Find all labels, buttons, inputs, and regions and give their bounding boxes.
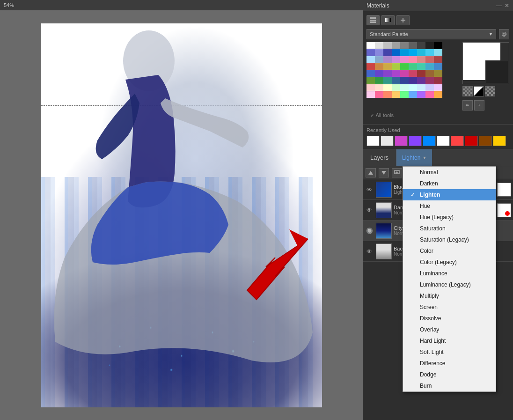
blend-item-luminance-legacy[interactable]: Luminance (Legacy) (403, 279, 496, 290)
blend-item-color[interactable]: Color (403, 245, 496, 257)
recent-swatch[interactable] (479, 136, 492, 146)
swatch[interactable] (417, 70, 425, 77)
close-icon[interactable]: ✕ (505, 2, 509, 9)
blend-item-luminance[interactable]: Luminance (403, 268, 496, 279)
layer-add-button[interactable] (392, 168, 402, 177)
swatch[interactable] (375, 56, 383, 63)
palette-settings-icon[interactable] (499, 29, 509, 39)
swatch[interactable] (409, 77, 417, 84)
swatch[interactable] (375, 77, 383, 84)
swatch[interactable] (417, 77, 425, 84)
swatch[interactable] (425, 42, 434, 49)
swatch[interactable] (375, 84, 383, 91)
swatch[interactable] (366, 84, 375, 91)
checker-swatch2[interactable] (485, 86, 495, 96)
blend-item-hard-light[interactable]: Hard Light (403, 335, 496, 346)
pencil-icon[interactable]: ✏ (462, 100, 473, 111)
swatch[interactable] (366, 70, 375, 77)
swatch[interactable] (366, 49, 375, 56)
swatch[interactable] (417, 84, 425, 91)
swatch[interactable] (425, 56, 434, 63)
swatch[interactable] (425, 77, 434, 84)
swatch[interactable] (383, 56, 392, 63)
swatch[interactable] (383, 84, 392, 91)
recent-swatch[interactable] (395, 136, 408, 146)
layer-mask-2[interactable] (497, 203, 511, 217)
swatch[interactable] (434, 70, 442, 77)
blend-item-screen[interactable]: Screen (403, 302, 496, 313)
swatch[interactable] (392, 56, 400, 63)
swatch[interactable] (425, 63, 434, 70)
plus-button[interactable] (396, 15, 410, 25)
palette-dropdown[interactable]: Standard Palette ▼ (366, 29, 496, 39)
swatch[interactable] (434, 49, 442, 56)
swatch[interactable] (425, 91, 434, 98)
swatch[interactable] (400, 42, 409, 49)
swatch[interactable] (392, 49, 400, 56)
layer-mask-1[interactable] (497, 183, 511, 197)
swatch-black[interactable] (434, 42, 442, 49)
swatch[interactable] (366, 56, 375, 63)
swatch[interactable] (409, 91, 417, 98)
swatch[interactable] (383, 49, 392, 56)
swatch[interactable] (409, 49, 417, 56)
blend-item-hue-legacy[interactable]: Hue (Legacy) (403, 212, 496, 223)
gradient-button[interactable] (381, 15, 395, 25)
swatch[interactable] (375, 70, 383, 77)
swatch[interactable] (392, 42, 400, 49)
blend-item-saturation[interactable]: Saturation (403, 223, 496, 234)
swatch[interactable] (375, 63, 383, 70)
swatch[interactable] (417, 91, 425, 98)
swatch[interactable] (400, 63, 409, 70)
blend-mode-dropdown[interactable]: Lighten ▼ (396, 149, 432, 166)
background-color[interactable] (485, 60, 509, 84)
layer-visibility-icon-4[interactable]: 👁 (365, 247, 374, 256)
swatch[interactable] (366, 91, 375, 98)
layer-visibility-icon-3[interactable]: 🔘 (365, 226, 374, 236)
minimize-icon[interactable]: — (496, 2, 502, 9)
blend-item-lighten[interactable]: ✓ Lighten (403, 189, 496, 200)
swatch[interactable] (409, 70, 417, 77)
swatch[interactable] (417, 63, 425, 70)
swatch[interactable] (409, 56, 417, 63)
swatch[interactable] (417, 49, 425, 56)
layer-visibility-icon-2[interactable]: 👁 (365, 206, 374, 215)
swatch[interactable] (383, 42, 392, 49)
blend-item-dodge[interactable]: Dodge (403, 369, 496, 380)
swatch[interactable] (375, 42, 383, 49)
blend-item-saturation-legacy[interactable]: Saturation (Legacy) (403, 234, 496, 245)
layer-up-button[interactable] (366, 168, 376, 177)
swatch[interactable] (375, 91, 383, 98)
swatch[interactable] (434, 77, 442, 84)
recent-swatch[interactable] (423, 136, 436, 146)
swatch[interactable] (392, 70, 400, 77)
blend-item-soft-light[interactable]: Soft Light (403, 346, 496, 358)
large-color-preview[interactable] (462, 42, 509, 84)
recent-swatch[interactable] (493, 136, 506, 146)
blend-item-burn[interactable]: Burn (403, 380, 496, 391)
swatch[interactable] (409, 42, 417, 49)
swatch[interactable] (392, 84, 400, 91)
blend-item-normal[interactable]: Normal (403, 167, 496, 178)
canvas-content[interactable] (0, 10, 363, 420)
recent-swatch[interactable] (437, 136, 450, 146)
swatch[interactable] (383, 63, 392, 70)
swatch[interactable] (417, 56, 425, 63)
swatch[interactable] (425, 70, 434, 77)
swatch[interactable] (434, 63, 442, 70)
blend-item-difference[interactable]: Difference (403, 358, 496, 369)
recent-swatch[interactable] (465, 136, 478, 146)
swatch[interactable] (392, 91, 400, 98)
recent-swatch[interactable] (366, 136, 380, 146)
swatch[interactable] (375, 49, 383, 56)
blend-item-darken[interactable]: Darken (403, 178, 496, 189)
swatch[interactable] (392, 77, 400, 84)
swatch[interactable] (400, 84, 409, 91)
swatch[interactable] (400, 77, 409, 84)
layers-tab[interactable]: Layers (363, 149, 396, 166)
swatch[interactable] (417, 42, 425, 49)
swatch[interactable] (392, 63, 400, 70)
checker-swatch[interactable] (462, 86, 473, 96)
swatch[interactable] (434, 91, 442, 98)
blend-item-multiply[interactable]: Multiply (403, 290, 496, 302)
